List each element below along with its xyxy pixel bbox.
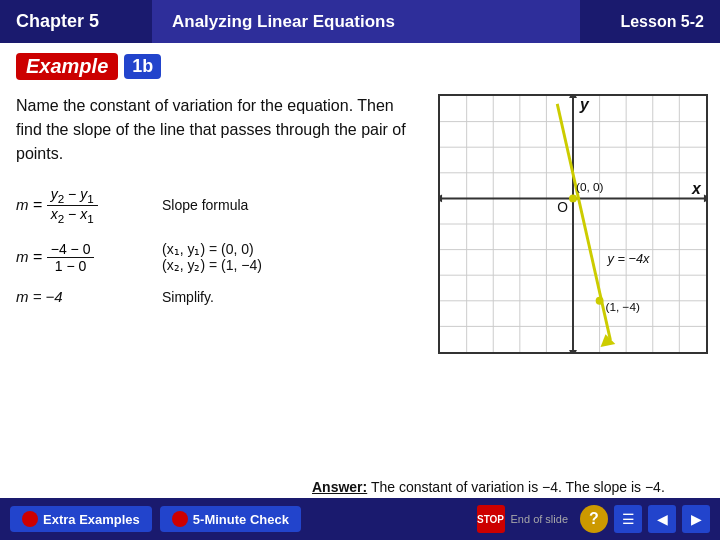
graph-container: y x O (0, 0) (1, −4) y = −4x: [438, 94, 708, 354]
answer-text: Answer: The constant of variation is −4.…: [296, 477, 704, 498]
sub-fraction: −4 − 0 1 − 0: [47, 241, 95, 274]
five-minute-label: 5-Minute Check: [193, 512, 289, 527]
substitution-row: m = −4 − 0 1 − 0 (x₁, y₁) = (0, 0) (x₂, …: [16, 241, 414, 274]
end-of-slide-label: End of slide: [511, 513, 568, 525]
nav-menu-button[interactable]: ☰: [614, 505, 642, 533]
lesson-title: Analyzing Linear Equations: [152, 0, 580, 43]
example-number: 1b: [124, 54, 161, 79]
svg-text:y = −4x: y = −4x: [606, 251, 650, 266]
slope-numerator: y2 − y1: [47, 186, 98, 206]
svg-marker-20: [704, 194, 706, 202]
graph-svg: y x O (0, 0) (1, −4) y = −4x: [440, 96, 706, 352]
svg-line-24: [557, 104, 610, 340]
left-panel: Name the constant of variation for the e…: [0, 86, 430, 473]
extra-examples-label: Extra Examples: [43, 512, 140, 527]
problem-text: Name the constant of variation for the e…: [16, 94, 414, 166]
point-labels: (x₁, y₁) = (0, 0) (x₂, y₂) = (1, −4): [162, 241, 262, 273]
svg-marker-22: [569, 96, 577, 98]
answer-content: The constant of variation is −4. The slo…: [371, 479, 665, 495]
lesson-label: Lesson 5-2: [580, 0, 720, 43]
slope-fraction: y2 − y1 x2 − x1: [47, 186, 98, 225]
footer: Extra Examples 5-Minute Check STOP End o…: [0, 498, 720, 540]
right-panel: y x O (0, 0) (1, −4) y = −4x: [430, 86, 720, 473]
slope-formula-row: m = y2 − y1 x2 − x1 Slope formula: [16, 186, 414, 225]
stop-icon: STOP: [477, 505, 505, 533]
slope-denominator: x2 − x1: [47, 206, 98, 225]
slope-formula-label: Slope formula: [162, 197, 248, 213]
header: Chapter 5 Analyzing Linear Equations Les…: [0, 0, 720, 43]
chapter-label: Chapter 5: [0, 0, 152, 43]
point1-label: (x₁, y₁) = (0, 0): [162, 241, 262, 257]
svg-text:x: x: [691, 180, 702, 197]
five-minute-button[interactable]: 5-Minute Check: [160, 506, 301, 532]
result-math: m = −4: [16, 288, 146, 306]
example-label: Example: [16, 53, 118, 80]
example-bar: Example 1b: [0, 43, 720, 86]
svg-text:(0, 0): (0, 0): [576, 180, 604, 194]
simplify-label: Simplify.: [162, 289, 214, 305]
nav-prev-button[interactable]: ◀: [648, 505, 676, 533]
svg-text:(1, −4): (1, −4): [605, 300, 639, 314]
extra-examples-icon: [22, 511, 38, 527]
svg-text:y: y: [579, 96, 590, 113]
sub-numerator: −4 − 0: [47, 241, 95, 258]
substitution-math: m = −4 − 0 1 − 0: [16, 241, 146, 274]
help-button[interactable]: ?: [580, 505, 608, 533]
slope-formula-math: m = y2 − y1 x2 − x1: [16, 186, 146, 225]
point2-label: (x₂, y₂) = (1, −4): [162, 257, 262, 273]
svg-point-26: [569, 194, 577, 202]
svg-marker-25: [601, 334, 616, 347]
footer-left: Extra Examples 5-Minute Check: [10, 506, 301, 532]
answer-label: Answer:: [312, 479, 367, 495]
result-row: m = −4 Simplify.: [16, 288, 414, 306]
sub-denominator: 1 − 0: [51, 258, 91, 274]
svg-point-27: [596, 297, 604, 305]
svg-marker-23: [569, 350, 577, 352]
nav-next-button[interactable]: ▶: [682, 505, 710, 533]
main-content: Example 1b Name the constant of variatio…: [0, 43, 720, 498]
footer-right: STOP End of slide ? ☰ ◀ ▶: [477, 505, 710, 533]
svg-text:O: O: [557, 200, 568, 215]
svg-marker-21: [440, 194, 442, 202]
five-minute-icon: [172, 511, 188, 527]
content-row: Name the constant of variation for the e…: [0, 86, 720, 473]
answer-row: Answer: The constant of variation is −4.…: [0, 473, 720, 498]
extra-examples-button[interactable]: Extra Examples: [10, 506, 152, 532]
